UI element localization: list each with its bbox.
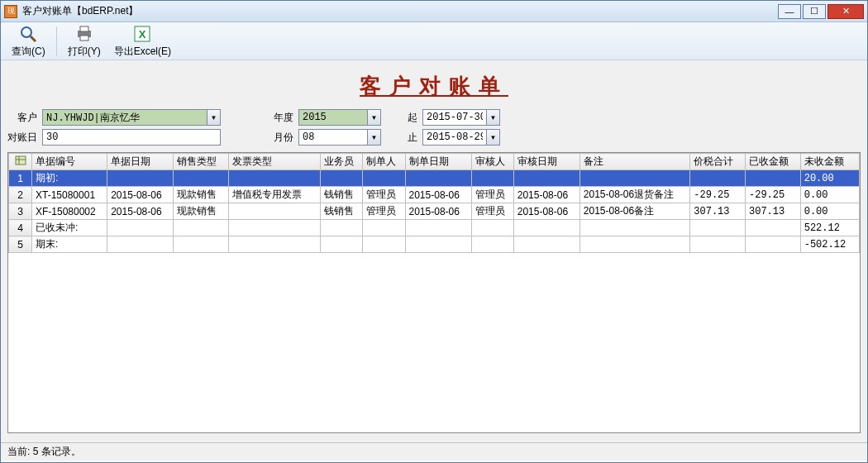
cell[interactable]: 2015-08-06 — [405, 203, 471, 220]
cell[interactable]: 期初: — [32, 170, 107, 187]
cell[interactable]: 管理员 — [471, 203, 513, 220]
close-button[interactable]: ✕ — [827, 4, 864, 19]
cell[interactable] — [107, 236, 174, 253]
column-header[interactable]: 制单人 — [363, 154, 405, 170]
table-row[interactable]: 5期末:-502.12 — [9, 236, 860, 253]
cell[interactable]: 管理员 — [363, 187, 405, 203]
cell[interactable]: 钱销售 — [321, 187, 363, 203]
cell[interactable]: 2015-08-06 — [513, 187, 579, 203]
cell[interactable]: 期末: — [32, 236, 107, 253]
cell[interactable] — [405, 170, 471, 187]
cell[interactable] — [471, 220, 513, 236]
cell[interactable]: 2015-08-06备注 — [579, 203, 689, 220]
year-input[interactable] — [298, 109, 368, 126]
export-excel-button[interactable]: X 导出Excel(E) — [108, 21, 177, 61]
column-header[interactable]: 审核日期 — [513, 154, 579, 170]
cell[interactable] — [579, 236, 689, 253]
cell[interactable]: 0.00 — [800, 203, 859, 220]
cell[interactable] — [174, 220, 229, 236]
cell[interactable]: 管理员 — [471, 187, 513, 203]
cell[interactable] — [405, 236, 471, 253]
cell[interactable] — [228, 170, 320, 187]
query-button[interactable]: 查询(C) — [6, 21, 51, 61]
cell[interactable] — [690, 236, 746, 253]
table-row[interactable]: 4已收未冲:522.12 — [9, 220, 860, 236]
cell[interactable] — [471, 236, 513, 253]
cell[interactable]: XF-15080002 — [32, 203, 107, 220]
table-row[interactable]: 3XF-150800022015-08-06现款销售钱销售管理员2015-08-… — [9, 203, 860, 220]
column-header[interactable]: 价税合计 — [690, 154, 746, 170]
customer-dropdown-button[interactable]: ▼ — [207, 109, 221, 126]
cell[interactable] — [321, 220, 363, 236]
cell[interactable] — [321, 170, 363, 187]
cell[interactable] — [746, 220, 801, 236]
table-row[interactable]: 1期初:20.00 — [9, 170, 860, 187]
row-number[interactable]: 3 — [9, 203, 32, 220]
cell[interactable] — [228, 236, 320, 253]
column-header[interactable]: 备注 — [579, 154, 689, 170]
cell[interactable] — [228, 220, 320, 236]
month-input[interactable] — [298, 129, 368, 146]
month-dropdown-button[interactable]: ▼ — [368, 129, 381, 146]
cell[interactable]: 307.13 — [746, 203, 801, 220]
cell[interactable]: 管理员 — [363, 203, 405, 220]
grid-corner[interactable] — [9, 154, 32, 170]
row-number[interactable]: 1 — [9, 170, 32, 187]
cell[interactable]: -29.25 — [690, 187, 746, 203]
cell[interactable] — [363, 170, 405, 187]
minimize-button[interactable]: — — [778, 4, 801, 19]
cell[interactable]: XT-15080001 — [32, 187, 107, 203]
cell[interactable] — [513, 220, 579, 236]
cell[interactable] — [746, 236, 801, 253]
cell[interactable]: 2015-08-06 — [107, 203, 174, 220]
cell[interactable] — [513, 236, 579, 253]
row-number[interactable]: 4 — [9, 220, 32, 236]
cell[interactable]: 2015-08-06退货备注 — [579, 187, 689, 203]
cell[interactable] — [228, 203, 320, 220]
column-header[interactable]: 审核人 — [471, 154, 513, 170]
cell[interactable] — [174, 170, 229, 187]
cell[interactable]: 增值税专用发票 — [228, 187, 320, 203]
column-header[interactable]: 销售类型 — [174, 154, 229, 170]
cell[interactable] — [405, 220, 471, 236]
cell[interactable]: 2015-08-06 — [513, 203, 579, 220]
cell[interactable] — [579, 220, 689, 236]
column-header[interactable]: 业务员 — [321, 154, 363, 170]
column-header[interactable]: 单据编号 — [32, 154, 107, 170]
cell[interactable]: 钱销售 — [321, 203, 363, 220]
cell[interactable]: 现款销售 — [174, 203, 229, 220]
start-date-input[interactable] — [422, 109, 487, 126]
print-button[interactable]: 打印(Y) — [62, 21, 107, 61]
cell[interactable] — [513, 170, 579, 187]
customer-input[interactable] — [42, 109, 207, 126]
end-date-input[interactable] — [422, 129, 487, 146]
cell[interactable] — [690, 170, 746, 187]
row-number[interactable]: 2 — [9, 187, 32, 203]
cell[interactable]: 2015-08-06 — [107, 187, 174, 203]
cell[interactable]: -29.25 — [746, 187, 801, 203]
cell[interactable]: 522.12 — [800, 220, 859, 236]
cell[interactable] — [579, 170, 689, 187]
row-number[interactable]: 5 — [9, 236, 32, 253]
cell[interactable]: 已收未冲: — [32, 220, 107, 236]
start-date-dropdown-button[interactable]: ▼ — [487, 109, 500, 126]
cell[interactable] — [321, 236, 363, 253]
cell[interactable]: 20.00 — [800, 170, 859, 187]
cell[interactable] — [107, 220, 174, 236]
reconday-input[interactable] — [42, 129, 221, 146]
cell[interactable] — [746, 170, 801, 187]
end-date-dropdown-button[interactable]: ▼ — [487, 129, 500, 146]
column-header[interactable]: 已收金额 — [746, 154, 801, 170]
cell[interactable]: 2015-08-06 — [405, 187, 471, 203]
cell[interactable]: -502.12 — [800, 236, 859, 253]
cell[interactable] — [363, 220, 405, 236]
column-header[interactable]: 未收金额 — [800, 154, 859, 170]
cell[interactable]: 307.13 — [690, 203, 746, 220]
cell[interactable] — [363, 236, 405, 253]
column-header[interactable]: 发票类型 — [228, 154, 320, 170]
table-row[interactable]: 2XT-150800012015-08-06现款销售增值税专用发票钱销售管理员2… — [9, 187, 860, 203]
maximize-button[interactable]: ☐ — [803, 4, 826, 19]
cell[interactable] — [107, 170, 174, 187]
cell[interactable]: 现款销售 — [174, 187, 229, 203]
cell[interactable] — [690, 220, 746, 236]
